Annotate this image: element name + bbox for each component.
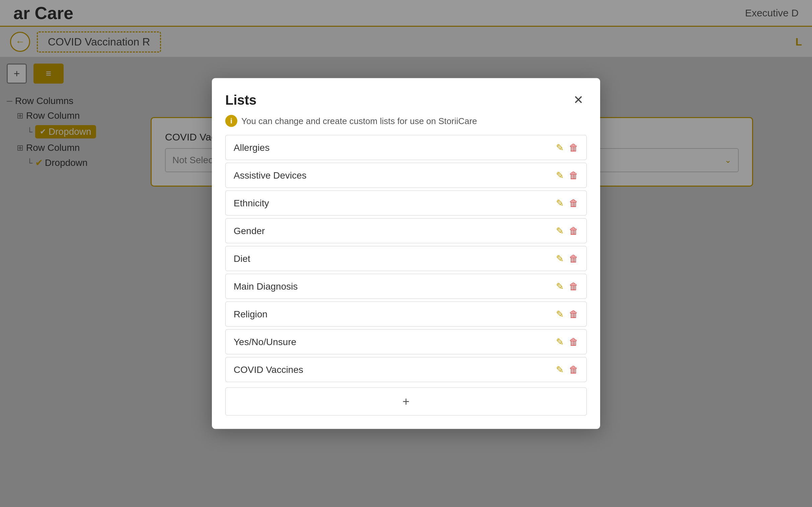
add-new-list-button[interactable]: + <box>225 388 587 416</box>
list-item-label-ethnicity: Ethnicity <box>234 198 269 208</box>
info-icon: i <box>225 115 237 127</box>
list-item-diet: Diet✎🗑 <box>225 246 587 271</box>
delete-button-gender[interactable]: 🗑 <box>569 225 578 236</box>
list-item-actions-covid-vaccines: ✎🗑 <box>556 364 578 375</box>
list-item-actions-religion: ✎🗑 <box>556 309 578 320</box>
close-icon: ✕ <box>573 93 583 107</box>
edit-button-yes-no-unsure[interactable]: ✎ <box>556 336 564 347</box>
delete-button-yes-no-unsure[interactable]: 🗑 <box>569 336 578 347</box>
lists-container: Allergies✎🗑Assistive Devices✎🗑Ethnicity✎… <box>225 135 587 385</box>
edit-button-diet[interactable]: ✎ <box>556 253 564 264</box>
modal-close-button[interactable]: ✕ <box>570 92 587 108</box>
list-item-actions-main-diagnosis: ✎🗑 <box>556 281 578 292</box>
delete-button-main-diagnosis[interactable]: 🗑 <box>569 281 578 292</box>
list-item-ethnicity: Ethnicity✎🗑 <box>225 190 587 216</box>
list-item-religion: Religion✎🗑 <box>225 302 587 327</box>
modal-info-bar: i You can change and create custom lists… <box>225 115 587 127</box>
edit-button-gender[interactable]: ✎ <box>556 225 564 236</box>
list-item-label-diet: Diet <box>234 253 250 264</box>
delete-button-assistive-devices[interactable]: 🗑 <box>569 170 578 181</box>
edit-button-covid-vaccines[interactable]: ✎ <box>556 364 564 375</box>
modal-info-text: You can change and create custom lists f… <box>241 116 477 126</box>
delete-button-covid-vaccines[interactable]: 🗑 <box>569 364 578 375</box>
info-symbol: i <box>230 117 232 125</box>
list-item-yes-no-unsure: Yes/No/Unsure✎🗑 <box>225 329 587 354</box>
list-item-gender: Gender✎🗑 <box>225 218 587 243</box>
list-item-label-religion: Religion <box>234 309 267 319</box>
add-new-plus-icon: + <box>402 395 409 409</box>
list-item-actions-assistive-devices: ✎🗑 <box>556 170 578 181</box>
list-item-actions-allergies: ✎🗑 <box>556 142 578 153</box>
delete-button-religion[interactable]: 🗑 <box>569 309 578 320</box>
edit-button-main-diagnosis[interactable]: ✎ <box>556 281 564 292</box>
list-item-assistive-devices: Assistive Devices✎🗑 <box>225 163 587 188</box>
modal-title: Lists <box>225 92 256 107</box>
list-item-label-gender: Gender <box>234 225 265 236</box>
list-item-label-allergies: Allergies <box>234 142 269 153</box>
list-item-label-main-diagnosis: Main Diagnosis <box>234 281 298 292</box>
lists-modal: Lists ✕ i You can change and create cust… <box>212 78 600 429</box>
delete-button-allergies[interactable]: 🗑 <box>569 142 578 153</box>
list-item-label-covid-vaccines: COVID Vaccines <box>234 364 303 375</box>
list-item-allergies: Allergies✎🗑 <box>225 135 587 160</box>
edit-button-ethnicity[interactable]: ✎ <box>556 198 564 209</box>
list-item-label-assistive-devices: Assistive Devices <box>234 170 307 181</box>
list-item-actions-yes-no-unsure: ✎🗑 <box>556 336 578 347</box>
list-item-main-diagnosis: Main Diagnosis✎🗑 <box>225 274 587 299</box>
edit-button-religion[interactable]: ✎ <box>556 309 564 320</box>
delete-button-ethnicity[interactable]: 🗑 <box>569 198 578 209</box>
list-item-actions-diet: ✎🗑 <box>556 253 578 264</box>
list-item-covid-vaccines: COVID Vaccines✎🗑 <box>225 357 587 382</box>
delete-button-diet[interactable]: 🗑 <box>569 253 578 264</box>
list-item-actions-ethnicity: ✎🗑 <box>556 198 578 209</box>
list-item-label-yes-no-unsure: Yes/No/Unsure <box>234 336 296 347</box>
list-item-actions-gender: ✎🗑 <box>556 225 578 236</box>
modal-header: Lists ✕ <box>225 92 587 108</box>
edit-button-assistive-devices[interactable]: ✎ <box>556 170 564 181</box>
edit-button-allergies[interactable]: ✎ <box>556 142 564 153</box>
